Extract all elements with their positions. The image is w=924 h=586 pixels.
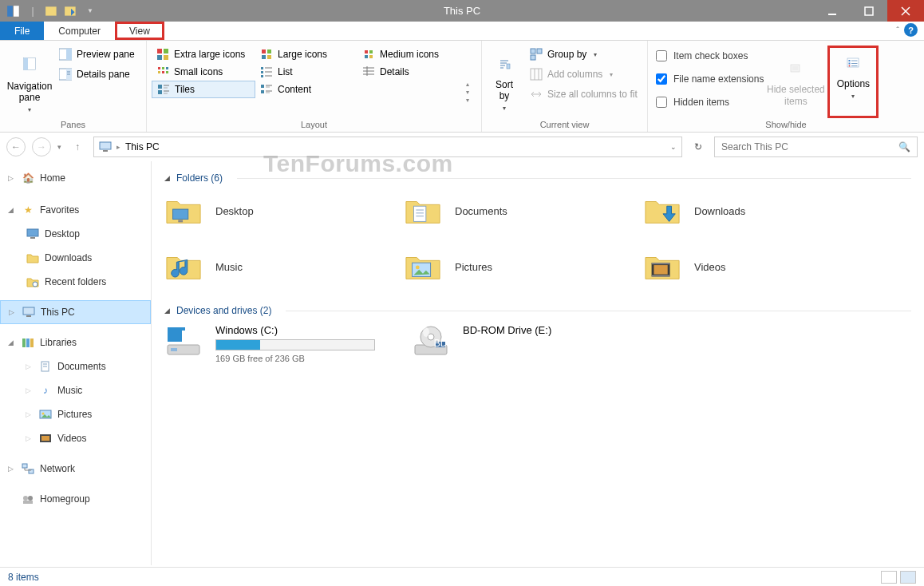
folder-desktop[interactable]: Desktop — [164, 192, 404, 230]
tree-favorites-downloads[interactable]: Downloads — [0, 246, 151, 270]
section-devices-header[interactable]: ◢ Devices and drives (2) — [164, 305, 911, 316]
layout-tiles[interactable]: Tiles — [152, 81, 255, 98]
tree-favorites[interactable]: ◢★Favorites — [0, 198, 151, 222]
svg-rect-78 — [26, 315, 31, 317]
layout-scroll-up-icon[interactable]: ▴ — [466, 81, 469, 88]
breadcrumb-chevron-icon[interactable]: ▸ — [116, 143, 120, 151]
expand-icon[interactable]: ▷ — [26, 386, 34, 394]
svg-rect-56 — [507, 64, 510, 69]
status-details-view-button[interactable] — [881, 571, 897, 584]
small-icons-icon — [156, 65, 169, 78]
qat-customize-dropdown-icon[interactable]: ▼ — [83, 5, 97, 18]
navigation-pane-button[interactable]: Navigation pane ▾ — [5, 44, 54, 120]
dropdown-caret-icon: ▾ — [851, 93, 855, 100]
layout-small-icons[interactable]: Small icons — [152, 63, 255, 81]
collapse-section-icon[interactable]: ◢ — [164, 174, 170, 182]
drive-c[interactable]: Windows (C:) 169 GB free of 236 GB — [164, 324, 412, 363]
close-button[interactable] — [887, 0, 924, 22]
expand-icon[interactable]: ▷ — [26, 434, 34, 442]
layout-extra-large-icons[interactable]: Extra large icons — [152, 46, 255, 63]
tab-view[interactable]: View — [115, 22, 164, 40]
qat-undo-icon[interactable] — [64, 5, 78, 18]
expand-icon[interactable]: ▷ — [9, 308, 17, 316]
folder-music[interactable]: Music — [164, 247, 404, 286]
item-check-boxes-checkbox[interactable]: Item check boxes — [656, 46, 764, 66]
tree-libraries-documents[interactable]: ▷Documents — [0, 354, 151, 378]
tree-home[interactable]: ▷🏠Home — [0, 166, 151, 190]
qat-properties-icon[interactable] — [6, 5, 21, 18]
svg-rect-53 — [261, 90, 264, 93]
svg-rect-11 — [66, 49, 72, 60]
svg-rect-89 — [22, 464, 27, 468]
collapse-icon[interactable]: ◢ — [8, 206, 16, 214]
up-button[interactable]: ↑ — [68, 137, 87, 156]
forward-button[interactable]: → — [32, 137, 51, 156]
svg-rect-19 — [164, 55, 168, 60]
svg-rect-75 — [30, 237, 35, 239]
dropdown-caret-icon: ▾ — [503, 105, 506, 112]
search-box[interactable]: 🔍 — [714, 137, 918, 157]
svg-rect-21 — [262, 55, 266, 59]
status-tiles-view-button[interactable] — [900, 571, 916, 584]
tree-favorites-recent[interactable]: Recent folders — [0, 270, 151, 294]
add-columns-button[interactable]: Add columns▾ — [525, 65, 642, 83]
history-dropdown-icon[interactable]: ▾ — [57, 143, 61, 151]
folder-videos[interactable]: Videos — [643, 247, 883, 286]
expand-icon[interactable]: ▷ — [8, 465, 16, 473]
tree-libraries-videos[interactable]: ▷Videos — [0, 426, 151, 450]
tree-favorites-desktop[interactable]: Desktop — [0, 222, 151, 246]
address-bar[interactable]: ▸ This PC ⌄ — [93, 137, 682, 157]
address-dropdown-icon[interactable]: ⌄ — [670, 143, 677, 151]
tab-file[interactable]: File — [0, 22, 44, 40]
svg-point-92 — [28, 496, 33, 501]
folder-pictures[interactable]: Pictures — [404, 247, 643, 286]
tree-libraries[interactable]: ◢Libraries — [0, 331, 151, 354]
preview-pane-button[interactable]: Preview pane — [54, 46, 140, 63]
content-pane: ◢ Folders (6) Desktop Documents Download… — [152, 161, 924, 565]
tab-computer[interactable]: Computer — [44, 22, 115, 40]
expand-icon[interactable]: ▷ — [26, 362, 34, 370]
tree-network[interactable]: ▷Network — [0, 457, 151, 481]
folder-downloads[interactable]: Downloads — [643, 192, 883, 230]
layout-large-icons[interactable]: Large icons — [255, 46, 357, 63]
tree-libraries-music[interactable]: ▷♪Music — [0, 378, 151, 402]
layout-expand-icon[interactable]: ▾ — [466, 97, 469, 104]
minimize-button[interactable] — [814, 0, 851, 22]
breadcrumb-location[interactable]: This PC — [125, 141, 160, 152]
options-button[interactable]: Options ▾ — [830, 48, 876, 103]
layout-scroll-down-icon[interactable]: ▾ — [466, 89, 469, 96]
tree-this-pc[interactable]: ▷This PC — [0, 300, 151, 324]
tree-libraries-pictures[interactable]: ▷Pictures — [0, 402, 151, 426]
tree-homegroup[interactable]: Homegroup — [0, 487, 151, 511]
layout-medium-icons[interactable]: Medium icons — [357, 46, 460, 63]
collapse-icon[interactable]: ◢ — [8, 339, 16, 346]
help-icon[interactable]: ? — [904, 23, 918, 37]
drive-e[interactable]: BD BD-ROM Drive (E:) — [412, 324, 659, 363]
qat-new-folder-icon[interactable] — [45, 5, 59, 18]
svg-rect-36 — [261, 71, 263, 73]
pictures-folder-icon — [404, 247, 442, 286]
search-input[interactable] — [721, 141, 898, 152]
collapse-ribbon-icon[interactable]: ˆ — [896, 26, 899, 35]
layout-list[interactable]: List — [255, 63, 357, 81]
documents-icon — [38, 361, 53, 372]
back-button[interactable]: ← — [6, 137, 26, 156]
hidden-items-checkbox[interactable]: Hidden items — [656, 92, 764, 113]
size-columns-button[interactable]: Size all columns to fit — [525, 85, 642, 103]
folder-documents[interactable]: Documents — [404, 192, 643, 230]
expand-icon[interactable]: ▷ — [26, 410, 34, 418]
svg-rect-2 — [45, 6, 57, 15]
refresh-button[interactable]: ↻ — [689, 137, 708, 157]
svg-rect-22 — [267, 49, 271, 53]
file-name-extensions-checkbox[interactable]: File name extensions — [656, 69, 764, 89]
expand-icon[interactable]: ▷ — [8, 174, 16, 182]
layout-details[interactable]: Details — [357, 63, 460, 81]
sort-by-button[interactable]: Sort by ▾ — [487, 44, 522, 120]
section-folders-header[interactable]: ◢ Folders (6) — [164, 172, 911, 184]
maximize-button[interactable] — [851, 0, 887, 22]
svg-point-76 — [33, 282, 38, 287]
details-pane-button[interactable]: Details pane — [54, 65, 140, 83]
layout-content[interactable]: Content — [255, 81, 357, 98]
collapse-section-icon[interactable]: ◢ — [164, 307, 170, 315]
group-by-button[interactable]: Group by▾ — [525, 46, 642, 63]
